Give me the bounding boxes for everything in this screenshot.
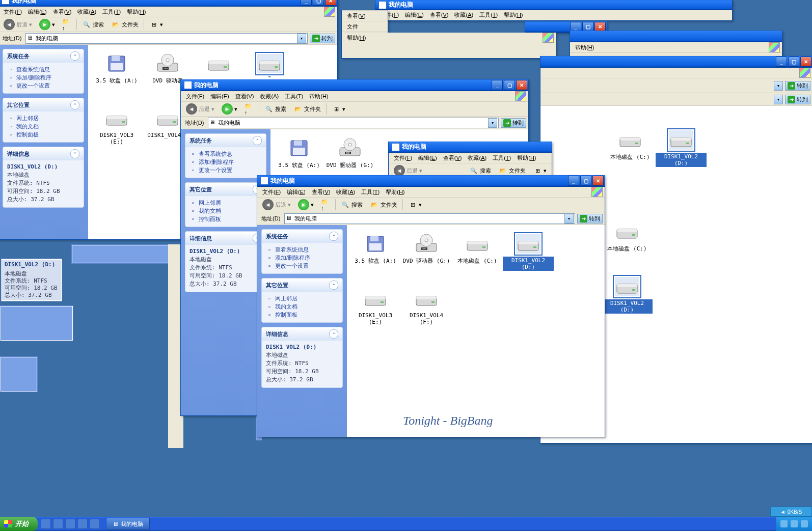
menu-help[interactable]: 帮助(H) — [501, 10, 526, 20]
sidebar-link[interactable]: ▫更改一个设置 — [190, 166, 262, 174]
go-button[interactable]: ➔转到 — [785, 95, 810, 104]
sidebar-link[interactable]: ▫更改一个设置 — [7, 81, 79, 90]
up-button[interactable]: 📁↑ — [318, 199, 333, 211]
sidebar-link[interactable]: ▫添加/删除程序 — [190, 158, 262, 166]
up-button[interactable]: 📁↑ — [241, 103, 257, 115]
collapse-icon[interactable]: ⌃ — [329, 232, 338, 241]
menu-help[interactable]: 帮助(H) — [514, 153, 539, 163]
sidebar-section-header[interactable]: 系统任务⌃ — [185, 134, 266, 147]
menu-tools[interactable]: 工具(T) — [476, 10, 501, 20]
menu-fav[interactable]: 收藏(A) — [333, 187, 358, 197]
sidebar-link[interactable]: ▫我的文档 — [190, 207, 262, 215]
folders-button[interactable]: 📂文件夹 — [367, 199, 400, 211]
sidebar-section-header[interactable]: 详细信息⌃ — [3, 147, 84, 160]
sidebar-link[interactable]: ▫控制面板 — [266, 311, 338, 319]
menu-view[interactable]: 查看(V) — [344, 11, 369, 21]
sidebar-link[interactable]: ▫查看系统信息 — [190, 150, 262, 158]
menu-fav[interactable]: 收藏(A) — [451, 10, 476, 20]
menu-edit[interactable]: 编辑(E) — [207, 92, 232, 101]
maximize-button[interactable]: ▢ — [504, 80, 515, 90]
collapse-icon[interactable]: ⌃ — [329, 329, 338, 339]
sidebar-link[interactable]: ▫控制面板 — [190, 215, 262, 223]
menu-view[interactable]: 查看(V) — [309, 187, 334, 197]
sidebar-link[interactable]: ▫控制面板 — [7, 130, 79, 138]
drive-icon[interactable]: DISK1_VOL3 (E:) — [91, 105, 142, 160]
menu-view[interactable]: 查看(V) — [440, 153, 465, 163]
network-speed-badge[interactable]: ◄ 0KB/S — [770, 507, 812, 517]
maximize-button[interactable]: ▢ — [580, 176, 591, 186]
menu-file[interactable]: 文件(F) — [391, 153, 415, 163]
address-dropdown[interactable]: ▾ — [774, 95, 783, 104]
minimize-button[interactable]: _ — [568, 176, 579, 186]
drive-icon[interactable]: DISK1_VOL2 (D:) — [503, 230, 554, 285]
menu-file[interactable]: 文件 — [344, 22, 361, 32]
quick-launch-item[interactable] — [41, 519, 51, 529]
start-button[interactable]: 开始 — [0, 517, 38, 531]
back-button[interactable]: ◄后退 ▾ — [1, 17, 35, 32]
search-button[interactable]: 🔍搜索 — [261, 103, 289, 115]
collapse-icon[interactable]: ⌃ — [70, 51, 79, 61]
menu-help[interactable]: 帮助(H) — [306, 92, 331, 101]
collapse-icon[interactable]: ⌃ — [70, 100, 79, 109]
menu-help[interactable]: 帮助(H) — [124, 7, 149, 17]
views-button[interactable]: ⊞ ▾ — [405, 199, 425, 211]
sidebar-link[interactable]: ▫查看系统信息 — [266, 245, 338, 254]
menu-view[interactable]: 查看(V) — [50, 7, 75, 17]
collapse-icon[interactable]: ⌃ — [70, 149, 79, 158]
menu-help[interactable]: 帮助(H) — [572, 43, 597, 52]
back-button[interactable]: ◄后退 ▾ — [259, 198, 294, 212]
menu-help[interactable]: 帮助(H) — [383, 187, 408, 197]
drive-icon[interactable]: 3.5 软盘 (A:) — [91, 50, 142, 105]
minimize-button[interactable]: _ — [776, 57, 787, 67]
drive-icon[interactable]: DISK1_VOL4 (F:) — [401, 285, 452, 340]
views-button[interactable]: ⊞ ▾ — [329, 103, 348, 115]
folders-button[interactable]: 📂文件夹 — [108, 18, 142, 31]
menu-edit[interactable]: 编辑(E) — [415, 153, 440, 163]
menu-tools[interactable]: 工具(T) — [282, 92, 306, 101]
sidebar-link[interactable]: ▫我的文档 — [7, 122, 79, 130]
sidebar-section-header[interactable]: 其它位置⌃ — [262, 278, 342, 292]
menu-help[interactable]: 帮助(H) — [344, 33, 369, 43]
sidebar-link[interactable]: ▫我的文档 — [266, 302, 338, 311]
close-button[interactable]: ✕ — [516, 80, 527, 90]
address-dropdown[interactable]: ▾ — [297, 34, 306, 43]
sidebar-section-header[interactable]: 其它位置⌃ — [185, 183, 266, 196]
drive-icon[interactable]: DISK1_VOL3 (E:) — [350, 285, 401, 340]
sidebar-link[interactable]: ▫更改一个设置 — [266, 262, 338, 270]
explorer-window-front[interactable]: 我的电脑 _ ▢ ✕ 文件(F) 编辑(E) 查看(V) 收藏(A) 工具(T)… — [257, 175, 605, 437]
address-combo[interactable]: 🖥 我的电脑 ▾ — [208, 118, 499, 128]
close-button[interactable]: ✕ — [592, 176, 604, 186]
collapse-icon[interactable]: ⌃ — [329, 281, 338, 290]
go-button[interactable]: ➔转到 — [785, 81, 810, 91]
minimize-button[interactable]: _ — [301, 0, 312, 6]
menu-tools[interactable]: 工具(T) — [490, 153, 514, 163]
tray-icon[interactable] — [801, 520, 808, 527]
back-button[interactable]: ◄后退 ▾ — [183, 102, 218, 116]
address-combo[interactable]: 🖥 我的电脑 ▾ — [284, 213, 575, 224]
quick-launch-item[interactable] — [53, 519, 63, 529]
collapse-icon[interactable]: ⌃ — [253, 136, 262, 145]
close-button[interactable]: ✕ — [325, 0, 336, 6]
sidebar-link[interactable]: ▫网上邻居 — [190, 199, 262, 207]
sidebar-section-header[interactable]: 系统任务⌃ — [3, 49, 84, 63]
quick-launch-item[interactable] — [65, 519, 75, 529]
menu-file[interactable]: 文件(F) — [183, 92, 207, 101]
drive-icon[interactable]: DVD 驱动器 (G:) — [401, 230, 452, 285]
drive-icon[interactable]: 3.5 软盘 (A:) — [350, 230, 401, 285]
go-button[interactable]: ➔转到 — [501, 118, 526, 128]
icon-view[interactable]: 3.5 软盘 (A:)DVD 驱动器 (G:)本地磁盘 (C:)DISK1_VO… — [347, 225, 605, 437]
up-button[interactable]: 📁↑ — [59, 18, 74, 31]
taskbar-app-button[interactable]: 🖥 我的电脑 — [106, 518, 150, 530]
drive-icon[interactable]: 本地磁盘 (C:) — [452, 230, 503, 285]
quick-launch-item[interactable] — [90, 519, 100, 529]
sidebar-section-header[interactable]: 详细信息⌃ — [185, 232, 266, 245]
views-button[interactable]: ⊞ ▾ — [146, 18, 166, 31]
go-button[interactable]: ➔转到 — [577, 214, 603, 223]
menu-edit[interactable]: 编辑(E) — [402, 10, 427, 20]
forward-button[interactable]: ► ▾ — [295, 198, 317, 212]
maximize-button[interactable]: ▢ — [788, 57, 799, 67]
menu-edit[interactable]: 编辑(E) — [25, 7, 50, 17]
menu-file[interactable]: 文件(F) — [1, 7, 25, 17]
sidebar-link[interactable]: ▫查看系统信息 — [7, 65, 79, 73]
menu-view[interactable]: 查看(V) — [427, 10, 452, 20]
